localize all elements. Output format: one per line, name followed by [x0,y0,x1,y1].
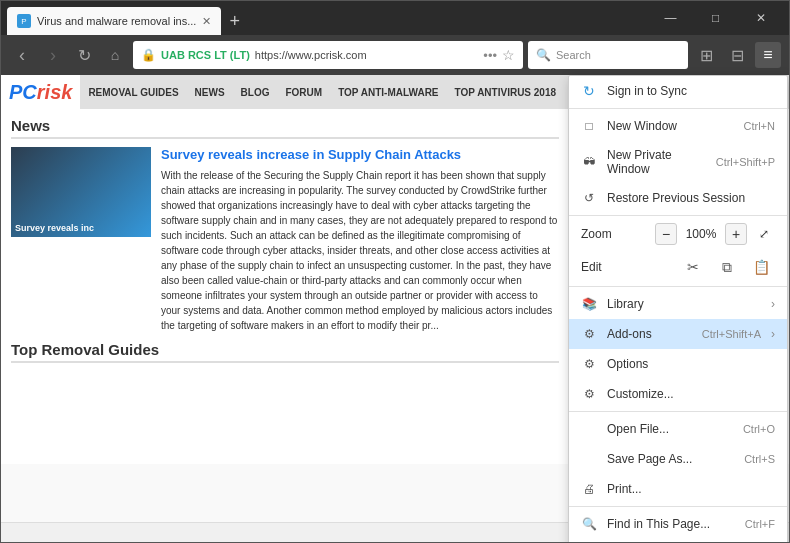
save-page-shortcut: Ctrl+S [744,453,775,465]
nav-anti-malware[interactable]: TOP ANTI-MALWARE [330,75,446,109]
menu-divider-2 [569,215,787,216]
addons-icon: ⚙ [581,326,597,342]
bottom-section-title: Top Removal Guides [11,341,559,363]
close-button[interactable]: ✕ [738,1,783,35]
menu-item-save-page[interactable]: Save Page As... Ctrl+S [569,444,787,474]
save-page-icon [581,451,597,467]
uab-label: UAB RCS LT (LT) [161,49,250,61]
edit-row: Edit ✂ ⧉ 📋 [569,250,787,284]
edit-label: Edit [581,260,673,274]
menu-item-library[interactable]: 📚 Library › [569,289,787,319]
new-tab-button[interactable]: + [221,7,248,35]
menu-item-private-window[interactable]: 🕶 New Private Window Ctrl+Shift+P [569,141,787,183]
news-section-title: News [11,117,559,139]
logo-pc: PC [9,81,37,104]
library-label: Library [607,297,761,311]
menu-item-print[interactable]: 🖨 Print... [569,474,787,504]
zoom-row: Zoom − 100% + ⤢ [569,218,787,250]
menu-divider-4 [569,411,787,412]
nav-news[interactable]: NEWS [187,75,233,109]
main-article-text: With the release of the Securing the Sup… [161,168,559,333]
menu-divider-5 [569,506,787,507]
left-column: News Survey reveals inc Survey reveals i… [11,117,559,363]
site-logo[interactable]: PC risk [1,75,80,109]
nav-antivirus[interactable]: TOP ANTIVIRUS 2018 [447,75,565,109]
menu-item-new-window[interactable]: □ New Window Ctrl+N [569,111,787,141]
cut-button[interactable]: ✂ [679,255,707,279]
zoom-label: Zoom [581,227,649,241]
sign-in-label: Sign in to Sync [607,84,775,98]
paste-button[interactable]: 📋 [747,255,775,279]
menu-divider-1 [569,108,787,109]
lock-icon: 🔒 [141,48,156,62]
nav-removal-guides[interactable]: REMOVAL GUIDES [80,75,186,109]
zoom-plus-button[interactable]: + [725,223,747,245]
customize-label: Customize... [607,387,775,401]
addons-label: Add-ons [607,327,692,341]
zoom-expand-button[interactable]: ⤢ [753,223,775,245]
nav-blog[interactable]: BLOG [233,75,278,109]
menu-divider-3 [569,286,787,287]
menu-item-restore[interactable]: ↺ Restore Previous Session [569,183,787,213]
find-icon: 🔍 [581,516,597,532]
forward-button[interactable]: › [40,42,66,68]
open-file-icon [581,421,597,437]
menu-item-more[interactable]: More › [569,539,787,543]
main-article-thumb[interactable]: Survey reveals inc [11,147,151,237]
new-window-icon: □ [581,118,597,134]
restore-label: Restore Previous Session [607,191,775,205]
menu-item-customize[interactable]: ⚙ Customize... [569,379,787,409]
dropdown-menu: ↻ Sign in to Sync □ New Window Ctrl+N 🕶 … [568,75,788,543]
save-page-label: Save Page As... [607,452,734,466]
menu-item-sign-in[interactable]: ↻ Sign in to Sync [569,76,787,106]
print-icon: 🖨 [581,481,597,497]
menu-item-addons[interactable]: ⚙ Add-ons Ctrl+Shift+A › [569,319,787,349]
sync-icon: ↻ [581,83,597,99]
new-window-shortcut: Ctrl+N [744,120,775,132]
maximize-button[interactable]: □ [693,1,738,35]
customize-icon: ⚙ [581,386,597,402]
main-article-thumb-text: Survey reveals inc [15,223,94,233]
back-button[interactable]: ‹ [9,42,35,68]
window-controls: — □ ✕ [648,1,783,35]
private-window-shortcut: Ctrl+Shift+P [716,156,775,168]
tab-close[interactable]: ✕ [202,15,211,28]
reader-icon[interactable]: ⊞ [693,42,719,68]
search-bar[interactable]: 🔍 Search [528,41,688,69]
sidebar-icon[interactable]: ⊟ [724,42,750,68]
new-window-label: New Window [607,119,734,133]
refresh-button[interactable]: ↻ [71,42,97,68]
private-window-icon: 🕶 [581,154,597,170]
nav-links: REMOVAL GUIDES NEWS BLOG FORUM TOP ANTI-… [80,75,621,109]
main-article: Survey reveals inc Survey reveals increa… [11,147,559,333]
open-file-label: Open File... [607,422,733,436]
find-label: Find in This Page... [607,517,735,531]
minimize-button[interactable]: — [648,1,693,35]
menu-item-options[interactable]: ⚙ Options [569,349,787,379]
nav-forum[interactable]: FORUM [277,75,330,109]
main-article-content: Survey reveals increase in Supply Chain … [161,147,559,333]
active-tab[interactable]: P Virus and malware removal ins... ✕ [7,7,221,35]
menu-item-open-file[interactable]: Open File... Ctrl+O [569,414,787,444]
tab-favicon: P [17,14,31,28]
home-button[interactable]: ⌂ [102,42,128,68]
address-bar[interactable]: 🔒 UAB RCS LT (LT) https://www.pcrisk.com… [133,41,523,69]
private-window-label: New Private Window [607,148,706,176]
search-icon: 🔍 [536,48,551,62]
main-article-title[interactable]: Survey reveals increase in Supply Chain … [161,147,559,164]
addons-arrow: › [771,327,775,341]
find-shortcut: Ctrl+F [745,518,775,530]
search-label: Search [556,49,591,61]
options-icon: ⚙ [581,356,597,372]
options-label: Options [607,357,775,371]
copy-button[interactable]: ⧉ [713,255,741,279]
addons-shortcut: Ctrl+Shift+A [702,328,761,340]
tab-title: Virus and malware removal ins... [37,15,196,27]
toolbar: ‹ › ↻ ⌂ 🔒 UAB RCS LT (LT) https://www.pc… [1,35,789,75]
menu-item-find[interactable]: 🔍 Find in This Page... Ctrl+F [569,509,787,539]
star-bookmark[interactable]: ☆ [502,47,515,63]
library-icon: 📚 [581,296,597,312]
menu-button[interactable]: ≡ [755,42,781,68]
zoom-minus-button[interactable]: − [655,223,677,245]
more-dots[interactable]: ••• [483,48,497,63]
